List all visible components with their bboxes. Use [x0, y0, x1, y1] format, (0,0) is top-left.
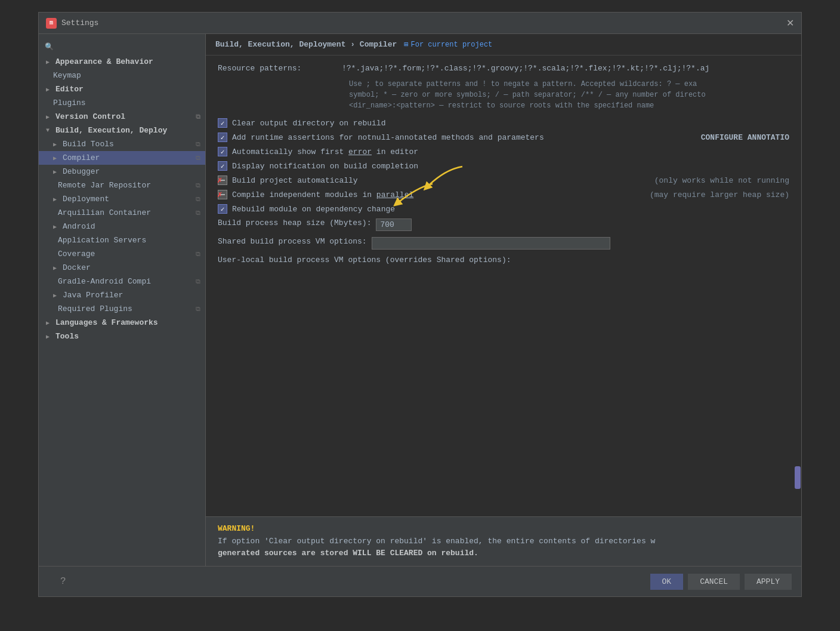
copy-icon: ⧉ — [196, 113, 200, 121]
resource-patterns-value[interactable]: !?*.java;!?*.form;!?*.class;!?*.groovy;!… — [342, 64, 709, 73]
chevron-icon: ▶ — [46, 319, 53, 327]
chevron-icon: ▶ — [46, 333, 53, 340]
warning-body-strong: generated sources are stored WILL BE CLE… — [218, 549, 478, 558]
sidebar-item-label: Languages & Frameworks — [55, 318, 158, 327]
sidebar-item-required-plugins[interactable]: Required Plugins ⧉ — [39, 302, 205, 316]
sidebar-item-build-exec-deploy[interactable]: ▼ Build, Execution, Deploy — [39, 124, 205, 137]
sidebar-item-tools[interactable]: ▶ Tools — [39, 330, 205, 343]
warning-box: WARNING! If option 'Clear output directo… — [206, 516, 801, 566]
settings-dialog: m Settings ✕ 🔍 ▶ Appearance & Behavior K… — [38, 12, 802, 597]
heap-size-input[interactable] — [376, 218, 412, 231]
sidebar-item-java-profiler[interactable]: ▶ Java Profiler — [39, 288, 205, 302]
sidebar-item-version-control[interactable]: ▶ Version Control ⧉ — [39, 110, 205, 124]
dialog-title: Settings — [61, 19, 98, 27]
chevron-icon: ▶ — [46, 59, 53, 66]
checkbox-compile-parallel-row: ✗ Compile independent modules in paralle… — [218, 190, 789, 199]
ok-button[interactable]: OK — [650, 574, 684, 590]
help-button[interactable]: ? — [48, 572, 78, 590]
for-current-project[interactable]: ⊞ For current project — [404, 40, 492, 49]
titlebar: m Settings ✕ — [39, 13, 801, 34]
hint-line3: <dir_name>:<pattern> — restrict to sourc… — [349, 101, 654, 110]
shared-vm-label: Shared build process VM options: — [218, 237, 367, 246]
compile-parallel-checkbox[interactable]: ✗ — [218, 190, 227, 199]
sidebar: 🔍 ▶ Appearance & Behavior Keymap ▶ Edito… — [39, 34, 206, 566]
sidebar-item-label: Build, Execution, Deploy — [55, 126, 167, 135]
notification-label: Display notification on build completion — [232, 162, 418, 171]
show-error-label: Automatically show first error in editor — [232, 147, 418, 156]
search-bar: 🔍 — [39, 39, 205, 55]
heap-size-row: Build process heap size (Mbytes): — [218, 218, 789, 231]
sidebar-item-label: Docker — [63, 263, 91, 272]
user-vm-row: User-local build process VM options (ove… — [218, 256, 789, 264]
sidebar-item-label: Application Servers — [58, 236, 146, 245]
user-vm-label: User-local build process VM options (ove… — [218, 256, 576, 264]
rebuild-checkbox[interactable] — [218, 204, 227, 214]
sidebar-item-debugger[interactable]: ▶ Debugger — [39, 165, 205, 178]
checkbox-rebuild-row: Rebuild module on dependency change — [218, 204, 789, 214]
show-error-checkbox[interactable] — [218, 147, 227, 156]
sidebar-item-app-servers[interactable]: Application Servers — [39, 233, 205, 247]
sidebar-item-label: Compiler — [63, 153, 100, 162]
sidebar-item-keymap[interactable]: Keymap — [39, 69, 205, 82]
clear-output-checkbox[interactable] — [218, 118, 227, 128]
titlebar-left: m Settings — [46, 18, 98, 29]
chevron-icon: ▶ — [53, 168, 60, 176]
sidebar-item-label: Plugins — [53, 99, 86, 107]
checkbox-build-auto-row: ✗ Build project automatically (only work… — [218, 176, 789, 185]
hint-text: Use ; to separate patterns and ! to nega… — [349, 79, 789, 111]
notification-checkbox[interactable] — [218, 161, 227, 171]
sidebar-item-label: Remote Jar Repositor — [58, 181, 151, 190]
copy-icon: ⧉ — [196, 182, 200, 189]
chevron-icon: ▼ — [46, 127, 53, 134]
hint-line2: symbol; * — zero or more symbols; / — pa… — [349, 91, 706, 99]
build-auto-label: Build project automatically — [232, 176, 358, 185]
hint-line1: Use ; to separate patterns and ! to nega… — [349, 80, 697, 88]
sidebar-item-compiler[interactable]: ▶ Compiler ⧉ — [39, 151, 205, 165]
copy-icon: ⧉ — [196, 278, 200, 285]
sidebar-item-label: Tools — [55, 332, 79, 341]
assertions-checkbox[interactable] — [218, 133, 227, 142]
shared-vm-input[interactable] — [372, 237, 610, 250]
chevron-icon: ▶ — [53, 155, 60, 162]
sidebar-item-gradle-android[interactable]: Gradle-Android Compi ⧉ — [39, 275, 205, 288]
sidebar-item-label: Debugger — [63, 167, 100, 176]
right-panel: Build, Execution, Deployment › Compiler … — [206, 34, 801, 566]
sidebar-item-deployment[interactable]: ▶ Deployment ⧉ — [39, 192, 205, 206]
compile-parallel-label: Compile independent modules in parallel — [232, 190, 413, 199]
project-icon: ⊞ — [404, 40, 408, 49]
sidebar-item-build-tools[interactable]: ▶ Build Tools ⧉ — [39, 137, 205, 151]
configure-annotations-link[interactable]: CONFIGURE ANNOTATIO — [701, 133, 789, 142]
clear-output-label: Clear output directory on rebuild — [232, 119, 385, 128]
sidebar-item-label: Editor — [55, 85, 84, 94]
chevron-icon: ▶ — [46, 113, 53, 121]
footer: ? OK CANCEL APPLY — [39, 566, 801, 596]
checkbox-notification-row: Display notification on build completion — [218, 161, 789, 171]
assertions-label: Add runtime assertions for notnull-annot… — [232, 133, 544, 142]
rebuild-label: Rebuild module on dependency change — [232, 205, 395, 214]
apply-button[interactable]: APPLY — [745, 574, 792, 590]
sidebar-item-docker[interactable]: ▶ Docker — [39, 261, 205, 275]
sidebar-item-plugins[interactable]: Plugins — [39, 96, 205, 110]
sidebar-item-editor[interactable]: ▶ Editor — [39, 82, 205, 96]
copy-icon: ⧉ — [196, 155, 200, 162]
sidebar-item-label: Version Control — [55, 112, 125, 121]
checkbox-assertions-row: Add runtime assertions for notnull-annot… — [218, 133, 789, 142]
chevron-icon: ▶ — [53, 141, 60, 148]
cancel-button[interactable]: CANCEL — [688, 574, 740, 590]
resource-patterns-row: Resource patterns: !?*.java;!?*.form;!?*… — [218, 64, 789, 73]
scrollbar-thumb[interactable] — [795, 466, 801, 489]
build-auto-checkbox[interactable]: ✗ — [218, 176, 227, 185]
panel-body: Resource patterns: !?*.java;!?*.form;!?*… — [206, 56, 801, 516]
sidebar-item-appearance[interactable]: ▶ Appearance & Behavior — [39, 55, 205, 69]
warning-body: If option 'Clear output directory on reb… — [218, 535, 789, 559]
sidebar-item-remote-jar[interactable]: Remote Jar Repositor ⧉ — [39, 178, 205, 192]
sidebar-item-android[interactable]: ▶ Android — [39, 220, 205, 233]
sidebar-item-coverage[interactable]: Coverage ⧉ — [39, 247, 205, 261]
sidebar-item-label: Gradle-Android Compi — [58, 277, 151, 286]
copy-icon: ⧉ — [196, 306, 200, 313]
copy-icon: ⧉ — [196, 251, 200, 258]
sidebar-item-arquillian[interactable]: Arquillian Container ⧉ — [39, 206, 205, 220]
sidebar-item-languages[interactable]: ▶ Languages & Frameworks — [39, 316, 205, 330]
shared-vm-row: Shared build process VM options: — [218, 237, 789, 250]
close-button[interactable]: ✕ — [786, 17, 794, 29]
